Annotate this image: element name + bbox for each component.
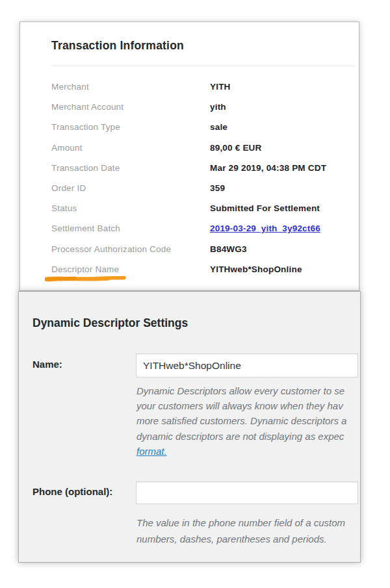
row-label: Order ID: [51, 183, 86, 193]
dynamic-descriptor-settings-panel: Dynamic Descriptor Settings Name: Dynami…: [18, 291, 361, 563]
row-label: Status: [51, 203, 77, 213]
description-line: Dynamic Descriptors allow every customer…: [136, 383, 346, 398]
row-merchant-account: Merchant Account yith: [51, 97, 355, 117]
row-value: B84WG3: [210, 239, 247, 259]
row-label: Settlement Batch: [51, 224, 120, 233]
settings-panel-title: Dynamic Descriptor Settings: [32, 316, 188, 330]
phone-input[interactable]: [136, 481, 358, 504]
settlement-batch-link[interactable]: 2019-03-29_yith_3y92ct66: [210, 224, 320, 233]
transaction-rows: Merchant YITH Merchant Account yith Tran…: [51, 77, 355, 279]
row-label: Transaction Type: [51, 122, 120, 132]
row-label: Merchant Account: [51, 102, 124, 112]
row-label: Processor Authorization Code: [51, 244, 171, 254]
name-field-label: Name:: [32, 359, 62, 370]
row-value: 89,00 € EUR: [210, 138, 262, 158]
row-value: Mar 29 2019, 04:38 PM CDT: [210, 158, 326, 178]
description-line: dynamic descriptors are not displaying a…: [136, 429, 346, 444]
description-line: your customers will always know when the…: [136, 398, 346, 413]
page: Transaction Information Merchant YITH Me…: [0, 0, 390, 588]
phone-field-description: The value in the phone number field of a…: [136, 515, 345, 547]
description-line: The value in the phone number field of a…: [136, 515, 345, 531]
row-transaction-type: Transaction Type sale: [51, 117, 355, 137]
row-value: YITH: [210, 77, 231, 97]
description-line: more satisfied customers. Dynamic descri…: [136, 413, 346, 428]
row-label: Descriptor Name: [51, 264, 119, 274]
row-value: 2019-03-29_yith_3y92ct66: [210, 218, 320, 238]
row-settlement-batch: Settlement Batch 2019-03-29_yith_3y92ct6…: [51, 218, 355, 238]
row-amount: Amount 89,00 € EUR: [51, 138, 355, 158]
row-label: Transaction Date: [51, 163, 120, 173]
format-link[interactable]: format.: [136, 446, 167, 457]
row-descriptor-name: Descriptor Name YITHweb*ShopOnline: [51, 259, 355, 279]
row-label: Merchant: [51, 82, 89, 92]
row-status: Status Submitted For Settlement: [51, 198, 355, 218]
row-value: sale: [210, 117, 228, 137]
row-order-id: Order ID 359: [51, 178, 355, 198]
description-line: numbers, dashes, parentheses and periods…: [136, 531, 345, 548]
transaction-panel-title: Transaction Information: [51, 39, 184, 53]
transaction-information-panel: Transaction Information Merchant YITH Me…: [20, 21, 359, 291]
row-value: Submitted For Settlement: [210, 198, 320, 218]
row-processor-auth-code: Processor Authorization Code B84WG3: [51, 239, 355, 259]
row-value: 359: [210, 178, 225, 198]
row-label: Amount: [51, 143, 83, 153]
phone-field-label: Phone (optional):: [32, 486, 112, 497]
row-value: yith: [210, 97, 226, 117]
title-divider: [51, 66, 356, 66]
name-field-description: Dynamic Descriptors allow every customer…: [136, 383, 346, 459]
name-input[interactable]: [136, 353, 358, 377]
row-value: YITHweb*ShopOnline: [210, 259, 302, 279]
row-transaction-date: Transaction Date Mar 29 2019, 04:38 PM C…: [51, 158, 355, 178]
row-merchant: Merchant YITH: [51, 77, 355, 97]
